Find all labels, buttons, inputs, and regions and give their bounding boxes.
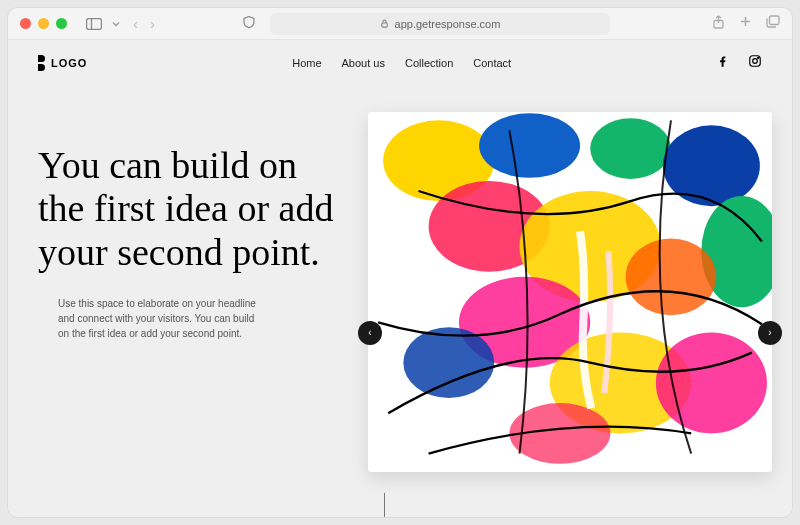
subtext: Use this space to elaborate on your head… (38, 296, 268, 341)
logo-text: LOGO (51, 57, 87, 69)
address-text: app.getresponse.com (395, 18, 501, 30)
nav-home[interactable]: Home (292, 57, 321, 69)
lock-icon (380, 19, 389, 28)
svg-point-11 (590, 118, 671, 179)
titlebar: ‹ › app.getresponse.com (8, 8, 792, 40)
svg-rect-0 (87, 18, 102, 29)
svg-point-6 (753, 59, 758, 64)
hero-section: You can build on the first idea or add y… (8, 78, 792, 517)
hero-image-carousel: ‹ › (368, 108, 762, 517)
address-bar[interactable]: app.getresponse.com (270, 13, 610, 35)
hero-text: You can build on the first idea or add y… (38, 108, 338, 517)
social-links (716, 54, 762, 72)
logo-icon (38, 55, 45, 71)
svg-point-18 (403, 327, 494, 398)
forward-icon[interactable]: › (150, 15, 155, 32)
carousel-prev-button[interactable]: ‹ (358, 321, 382, 345)
chevron-down-icon[interactable] (111, 15, 121, 33)
hero-artwork (368, 112, 772, 472)
nav-collection[interactable]: Collection (405, 57, 453, 69)
svg-point-10 (479, 113, 580, 178)
share-icon[interactable] (712, 15, 725, 32)
svg-point-16 (626, 238, 717, 315)
section-divider (384, 493, 385, 517)
site-header: LOGO Home About us Collection Contact (8, 40, 792, 78)
tracking-shield-icon[interactable] (242, 15, 256, 33)
back-icon[interactable]: ‹ (133, 15, 138, 32)
sidebar-toggle-icon[interactable] (83, 15, 105, 33)
facebook-icon[interactable] (716, 54, 730, 72)
svg-point-7 (758, 57, 759, 58)
minimize-icon[interactable] (38, 18, 49, 29)
maximize-icon[interactable] (56, 18, 67, 29)
svg-rect-4 (770, 16, 780, 25)
traffic-lights (20, 18, 67, 29)
nav-menu: Home About us Collection Contact (117, 57, 686, 69)
nav-contact[interactable]: Contact (473, 57, 511, 69)
instagram-icon[interactable] (748, 54, 762, 72)
carousel-next-button[interactable]: › (758, 321, 782, 345)
new-tab-icon[interactable] (739, 15, 752, 32)
page: LOGO Home About us Collection Contact Yo… (8, 40, 792, 517)
tabs-overview-icon[interactable] (766, 15, 780, 32)
headline: You can build on the first idea or add y… (38, 144, 338, 274)
nav-about[interactable]: About us (342, 57, 385, 69)
close-icon[interactable] (20, 18, 31, 29)
browser-window: ‹ › app.getresponse.com (8, 8, 792, 517)
svg-rect-2 (381, 23, 386, 27)
logo[interactable]: LOGO (38, 55, 87, 71)
